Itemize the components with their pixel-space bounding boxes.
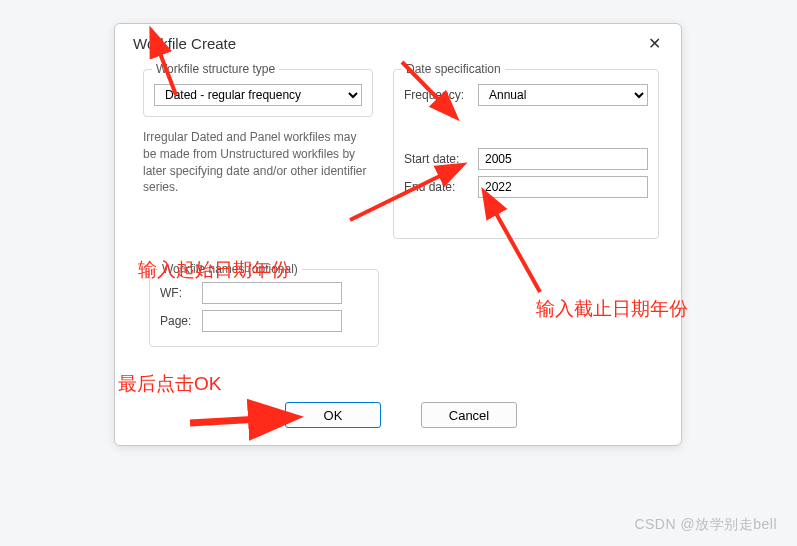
titlebar: Workfile Create ✕ xyxy=(115,24,681,61)
frequency-select[interactable]: Annual xyxy=(478,84,648,106)
main-columns: Workfile structure type Dated - regular … xyxy=(143,69,659,251)
wf-input[interactable] xyxy=(202,282,342,304)
dialog-body: Workfile structure type Dated - regular … xyxy=(115,61,681,446)
structure-helper-text: Irregular Dated and Panel workfiles may … xyxy=(143,129,373,196)
workfile-names-group: Workfile names (optional) WF: Page: xyxy=(149,269,379,347)
structure-type-legend: Workfile structure type xyxy=(152,62,279,76)
right-column: Date specification Frequency: Annual Sta… xyxy=(393,69,659,251)
wf-row: WF: xyxy=(160,282,368,304)
page-label: Page: xyxy=(160,314,196,328)
date-specification-group: Date specification Frequency: Annual Sta… xyxy=(393,69,659,239)
dialog-title: Workfile Create xyxy=(133,35,236,52)
watermark: CSDN @放学别走bell xyxy=(634,516,777,534)
date-spec-legend: Date specification xyxy=(402,62,505,76)
workfile-create-dialog: Workfile Create ✕ Workfile structure typ… xyxy=(114,23,682,446)
button-row: OK Cancel xyxy=(143,402,659,434)
end-date-row: End date: xyxy=(404,176,648,198)
ok-button[interactable]: OK xyxy=(285,402,381,428)
wf-label: WF: xyxy=(160,286,196,300)
close-icon[interactable]: ✕ xyxy=(642,32,667,55)
structure-type-group: Workfile structure type Dated - regular … xyxy=(143,69,373,117)
names-legend: Workfile names (optional) xyxy=(158,262,302,276)
end-date-label: End date: xyxy=(404,180,472,194)
end-date-input[interactable] xyxy=(478,176,648,198)
page-row: Page: xyxy=(160,310,368,332)
start-date-input[interactable] xyxy=(478,148,648,170)
start-date-row: Start date: xyxy=(404,148,648,170)
left-column: Workfile structure type Dated - regular … xyxy=(143,69,373,251)
page-input[interactable] xyxy=(202,310,342,332)
cancel-button[interactable]: Cancel xyxy=(421,402,517,428)
structure-type-select[interactable]: Dated - regular frequency xyxy=(154,84,362,106)
frequency-label: Frequency: xyxy=(404,88,472,102)
start-date-label: Start date: xyxy=(404,152,472,166)
frequency-row: Frequency: Annual xyxy=(404,84,648,106)
